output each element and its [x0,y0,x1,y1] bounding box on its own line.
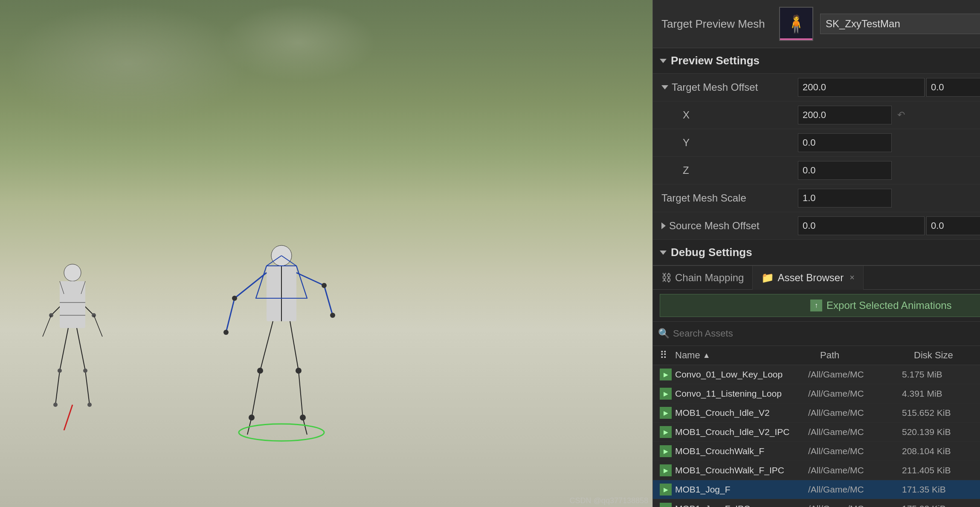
svg-point-35 [232,296,237,301]
export-btn-row: ↑ Export Selected Animations [653,290,980,322]
preview-settings-header[interactable]: Preview Settings [653,48,980,74]
svg-line-6 [77,328,85,371]
cell-path: /All/Game/MC [808,408,902,418]
svg-line-17 [64,405,72,430]
cell-disk-size: 208.104 KiB [902,446,980,456]
table-row[interactable]: ▶ MOB1_Jog_F /All/Game/MC 171.35 KiB Fal… [653,480,980,499]
asset-icon: ▶ [660,484,672,495]
x-reset-btn[interactable]: ↶ [893,107,909,123]
cell-name: MOB1_CrouchWalk_F [675,446,808,456]
svg-point-14 [87,403,92,407]
cell-name: MOB1_Jog_F [675,484,808,495]
export-selected-animations-btn[interactable]: ↑ Export Selected Animations [660,294,980,317]
target-mesh-scale-label: Target Mesh Scale [661,192,798,204]
svg-line-7 [55,371,60,405]
cell-path: /All/Game/MC [808,484,902,495]
mesh-dropdown[interactable]: SK_ZxyTestMan ▼ [820,14,980,34]
svg-line-8 [85,371,90,405]
bottom-section: ⛓ Chain Mapping 📁 Asset Browser × ↑ Expo… [653,265,980,507]
asset-icon: ▶ [660,503,672,507]
sort-asc-icon: ▲ [703,351,710,360]
svg-point-13 [53,403,58,407]
table-row[interactable]: ▶ MOB1_CrouchWalk_F_IPC /All/Game/MC 211… [653,461,980,480]
target-mesh-offset-row: Target Mesh Offset ↶ [653,74,980,101]
cell-name: MOB1_Jog_F_IPC [675,504,808,507]
chain-mapping-icon: ⛓ [661,272,672,284]
table-row[interactable]: ▶ MOB1_CrouchWalk_F /All/Game/MC 208.104… [653,442,980,461]
search-row: 🔍 ▤ ≡ ⚙ [653,322,980,346]
debug-settings-header[interactable]: Debug Settings [653,240,980,265]
asset-icon: ▶ [660,407,672,419]
asset-browser-label: Asset Browser [777,272,844,284]
cell-name: Convo_11_Listening_Loop [675,389,808,399]
cell-path: /All/Game/MC [808,446,902,456]
target-preview-mesh-label: Target Preview Mesh [661,17,772,31]
cell-name: Convo_01_Low_Key_Loop [675,369,808,380]
tab-chain-mapping[interactable]: ⛓ Chain Mapping [653,266,753,290]
svg-point-36 [223,330,229,335]
col-header-path[interactable]: Path [820,350,914,361]
mesh-thumbnail-indicator [780,38,812,40]
table-row[interactable]: ▶ MOB1_Jog_F_IPC /All/Game/MC 175.03 KiB… [653,499,980,507]
search-assets-input[interactable] [673,328,980,339]
cell-disk-size: 515.652 KiB [902,408,980,418]
svg-point-11 [58,369,62,373]
cell-disk-size: 171.35 KiB [902,484,980,495]
source-offset-y-input[interactable] [926,216,980,235]
svg-point-40 [296,368,302,374]
svg-line-27 [324,285,333,315]
z-value-input[interactable] [798,161,892,180]
z-inputs [798,161,980,180]
svg-line-24 [235,273,267,298]
x-value-input[interactable] [798,106,892,124]
tab-bar: ⛓ Chain Mapping 📁 Asset Browser × [653,266,980,290]
svg-line-25 [226,298,235,332]
search-icon: 🔍 [658,328,670,339]
svg-rect-4 [60,281,85,328]
debug-settings-expand-icon [660,251,667,255]
svg-line-15 [43,315,51,337]
svg-line-30 [290,321,299,371]
mesh-dropdown-container: SK_ZxyTestMan ▼ ↺ 📂 [820,14,980,34]
y-axis-label: Y [674,137,798,149]
col-header-icon: ⠿ [660,349,675,361]
asset-browser-close-btn[interactable]: × [850,273,855,282]
table-row[interactable]: ▶ Convo_01_Low_Key_Loop /All/Game/MC 5.1… [653,365,980,384]
source-mesh-offset-label: Source Mesh Offset [669,220,798,232]
table-row[interactable]: ▶ MOB1_Crouch_Idle_V2 /All/Game/MC 515.6… [653,403,980,423]
scale-value-input[interactable] [798,189,892,207]
asset-icon: ▶ [660,388,672,400]
source-mesh-offset-expand-icon[interactable] [661,222,666,229]
cell-disk-size: 5.175 MiB [902,369,980,380]
target-mesh-offset-expand-icon[interactable] [661,85,668,89]
svg-point-38 [330,313,335,318]
asset-browser-icon: 📁 [761,272,774,284]
svg-point-37 [322,283,327,288]
col-header-name[interactable]: Name ▲ [675,350,820,361]
col-header-disk-size[interactable]: Disk Size [914,350,980,361]
target-mesh-offset-x-input[interactable] [798,78,925,97]
target-mesh-offset-y-input[interactable] [926,78,980,97]
mesh-thumbnail: 🧍 [779,7,813,41]
mesh-dropdown-value: SK_ZxyTestMan [826,18,900,30]
asset-icon: ▶ [660,445,672,457]
table-row[interactable]: ▶ Convo_11_Listening_Loop /All/Game/MC 4… [653,384,980,403]
svg-point-48 [239,424,324,441]
tab-asset-browser[interactable]: 📁 Asset Browser × [753,266,863,290]
y-inputs [798,133,980,152]
y-value-input[interactable] [798,133,892,152]
source-offset-x-input[interactable] [798,216,925,235]
cell-path: /All/Game/MC [808,369,902,380]
export-btn-label: Export Selected Animations [826,300,952,311]
asset-icon: ▶ [660,369,672,380]
asset-icon: ▶ [660,464,672,476]
table-row[interactable]: ▶ MOB1_Crouch_Idle_V2_IPC /All/Game/MC 5… [653,423,980,442]
asset-icon: ▶ [660,426,672,438]
asset-table[interactable]: ▶ Convo_01_Low_Key_Loop /All/Game/MC 5.1… [653,365,980,507]
viewport-3d[interactable]: CSDN @qq377138858 [0,0,652,507]
cell-path: /All/Game/MC [808,389,902,399]
target-mesh-offset-z-row: Z [653,157,980,184]
cell-name: MOB1_CrouchWalk_F_IPC [675,465,808,475]
target-mesh-offset-label: Target Mesh Offset [672,81,798,93]
table-header: ⠿ Name ▲ Path Disk Size Has Virtualized … [653,346,980,365]
